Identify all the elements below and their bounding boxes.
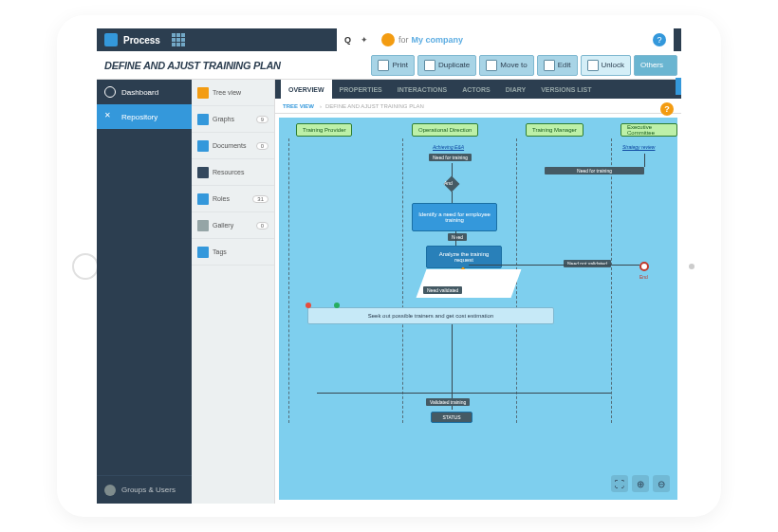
connector: [452, 192, 453, 203]
chat-icon[interactable]: [676, 78, 681, 95]
tab-diary[interactable]: DIARY: [498, 80, 534, 99]
camera-dot: [689, 264, 695, 269]
event-strategy[interactable]: Strategy review: [622, 144, 655, 150]
sidebar-label: Dashboard: [121, 88, 158, 97]
brand-icon: [104, 33, 118, 46]
badge: 0: [256, 142, 269, 150]
box-need-for-training-2[interactable]: Need for training: [545, 167, 644, 174]
home-button[interactable]: [72, 253, 99, 280]
connector: [455, 231, 456, 246]
tab-interactions[interactable]: INTERACTIONS: [390, 80, 455, 99]
sidebar-label: Groups & Users: [121, 486, 176, 494]
header-right: Q ✦ for My company ?: [337, 28, 674, 51]
lane-divider: [402, 138, 403, 423]
screen: Process Q ✦ for My company ? DEFINE AND …: [97, 28, 681, 504]
sidebar: Dashboard ✕ Repository Groups & Users: [97, 80, 192, 504]
sidebar-item-dashboard[interactable]: Dashboard: [97, 80, 192, 104]
help-icon[interactable]: ?: [653, 33, 666, 46]
avatar[interactable]: [381, 33, 395, 46]
zoom-out-button[interactable]: ⊖: [653, 475, 670, 492]
print-icon: [378, 60, 389, 71]
notifications-icon[interactable]: ✦: [361, 35, 368, 45]
breadcrumb-current: DEFINE AND AJUST TRAINING PLAN: [325, 103, 424, 109]
box-need[interactable]: Need: [448, 233, 467, 241]
sub-item-documents[interactable]: Documents0: [192, 133, 274, 159]
marker-red: [306, 303, 311, 308]
duplicate-icon: [424, 60, 435, 71]
breadcrumb-root[interactable]: TREE VIEW: [283, 103, 314, 109]
company-prefix: for: [398, 35, 409, 45]
resource-icon: [197, 167, 209, 178]
app-name: Process: [123, 35, 160, 46]
tabs: OVERVIEW PROPERTIES INTERACTIONS ACTORS …: [275, 80, 681, 99]
tag-icon: [197, 247, 209, 258]
gateway-and-label: And: [444, 180, 453, 186]
event-achieving[interactable]: Achieving E&A: [433, 144, 464, 150]
breadcrumb: TREE VIEW › DEFINE AND AJUST TRAINING PL…: [275, 99, 681, 114]
company-name[interactable]: My company: [411, 35, 463, 45]
lane-training-manager[interactable]: Training Manager: [526, 123, 584, 137]
sub-item-graphs[interactable]: Graphs9: [192, 106, 274, 133]
unlock-button[interactable]: Unlock: [581, 55, 631, 76]
connector: [644, 154, 645, 167]
lane-operational-direction[interactable]: Operational Direction: [412, 123, 478, 137]
others-button[interactable]: Others: [634, 55, 677, 76]
tab-properties[interactable]: PROPERTIES: [332, 80, 390, 99]
sidebar-item-repository[interactable]: ✕ Repository: [97, 104, 192, 129]
sub-item-tree-view[interactable]: Tree view: [192, 80, 274, 106]
tab-versions[interactable]: VERSIONS LIST: [533, 80, 599, 99]
sub-item-resources[interactable]: Resources: [192, 159, 274, 186]
tree-icon: [197, 87, 209, 99]
diagram-canvas[interactable]: Training Provider Operational Direction …: [279, 118, 677, 500]
gallery-icon: [197, 220, 209, 231]
task-seek[interactable]: Seek out possible trainers and get cost …: [307, 307, 554, 324]
document-icon: [197, 140, 209, 152]
badge: 0: [256, 222, 269, 229]
connector: [469, 265, 639, 266]
box-validated-training[interactable]: Validated training: [426, 398, 470, 406]
sub-item-roles[interactable]: Roles31: [192, 186, 274, 212]
context-help-icon[interactable]: ?: [660, 102, 674, 116]
end-label: End: [639, 274, 648, 280]
sub-item-gallery[interactable]: Gallery0: [192, 212, 274, 239]
marker-green: [334, 303, 340, 308]
task-identify[interactable]: Identify a need for employee training: [412, 203, 497, 231]
tab-actors[interactable]: ACTORS: [454, 80, 497, 99]
content: OVERVIEW PROPERTIES INTERACTIONS ACTORS …: [275, 80, 681, 504]
zoom-in-button[interactable]: ⊕: [632, 475, 649, 492]
tablet-frame: Process Q ✦ for My company ? DEFINE AND …: [57, 15, 721, 517]
connector: [452, 324, 453, 410]
search-icon[interactable]: Q: [344, 35, 351, 45]
titlebar: DEFINE AND AJUST TRAINING PLAN Print Dup…: [97, 51, 681, 80]
badge: 31: [252, 195, 269, 203]
graph-icon: [197, 114, 209, 125]
lane-executive-committee[interactable]: Executive Committee: [621, 123, 677, 137]
toolbar: Print Duplicate Move to Edit Unlock Othe…: [371, 55, 681, 76]
move-to-button[interactable]: Move to: [479, 55, 533, 76]
edit-button[interactable]: Edit: [537, 55, 578, 76]
breadcrumb-sep: ›: [320, 103, 322, 109]
unlock-icon: [587, 60, 599, 71]
dashboard-icon: [104, 86, 116, 98]
groups-icon: [104, 485, 116, 496]
sidebar-label: Repository: [121, 113, 157, 121]
layout: Dashboard ✕ Repository Groups & Users Tr…: [97, 80, 681, 504]
duplicate-button[interactable]: Duplicate: [417, 55, 476, 76]
lane-divider: [288, 138, 289, 423]
box-need-not-validated[interactable]: Need not validated: [564, 260, 611, 267]
end-event[interactable]: [639, 262, 649, 271]
sub-sidebar: Tree view Graphs9 Documents0 Resources R…: [192, 80, 275, 504]
gateway-or-label: Or: [458, 271, 464, 277]
lane-divider: [611, 138, 612, 423]
badge: 9: [256, 116, 269, 123]
fullscreen-button[interactable]: ⛶: [611, 475, 628, 492]
sidebar-item-groups[interactable]: Groups & Users: [97, 475, 192, 504]
apps-icon[interactable]: [172, 33, 185, 46]
status-box[interactable]: STATUS: [431, 412, 472, 423]
sub-item-tags[interactable]: Tags: [192, 239, 274, 266]
lane-training-provider[interactable]: Training Provider: [296, 123, 352, 137]
tab-overview[interactable]: OVERVIEW: [281, 80, 332, 99]
box-need-validated[interactable]: Need validated: [423, 286, 462, 294]
print-button[interactable]: Print: [371, 55, 414, 76]
box-need-for-training[interactable]: Need for training: [429, 154, 472, 161]
